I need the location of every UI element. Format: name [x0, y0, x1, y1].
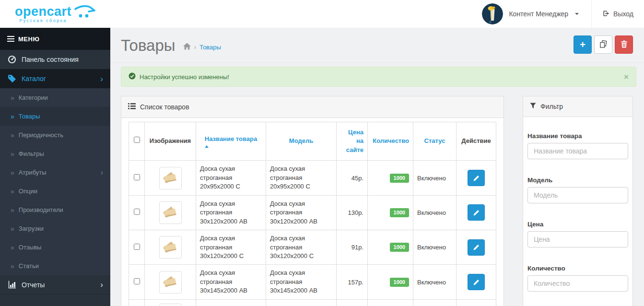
- table-row: Доска сухая Доска сухая: [129, 299, 496, 306]
- sidebar-item-label: Атрибуты: [19, 169, 47, 176]
- col-quantity-sort-link[interactable]: Количество: [373, 137, 409, 145]
- filter-label: Цена: [527, 221, 628, 228]
- copy-icon: [599, 40, 608, 50]
- col-name-sort-link[interactable]: Название товара: [205, 135, 257, 148]
- row-checkbox[interactable]: [134, 244, 140, 250]
- table-row: Доска сухая строганная 30х145х2000 АВ До…: [129, 265, 496, 299]
- sidebar-item-label: Периодичность: [19, 131, 63, 139]
- logout-button[interactable]: Выход: [592, 0, 644, 28]
- sidebar-item-label: Отчеты: [22, 281, 45, 289]
- select-all-checkbox[interactable]: [134, 137, 140, 143]
- edit-button[interactable]: [468, 274, 485, 290]
- product-thumbnail: [159, 236, 182, 259]
- product-model: Доска сухая строганная 30х120х2000 АВ: [266, 195, 337, 230]
- product-thumbnail: [159, 304, 182, 306]
- menu-toggle[interactable]: МЕНЮ: [0, 28, 110, 50]
- double-angle-icon: »: [11, 225, 14, 233]
- breadcrumb-separator: ›: [194, 43, 197, 51]
- col-status-sort-link[interactable]: Статус: [424, 137, 445, 145]
- filter-name-input[interactable]: [527, 143, 628, 159]
- pencil-icon: [473, 244, 480, 250]
- col-price-sort-link[interactable]: Цена на сайте: [340, 128, 363, 154]
- cart-icon: [74, 4, 95, 20]
- product-thumbnail: [159, 167, 182, 189]
- edit-button[interactable]: [468, 204, 485, 221]
- sidebar-item-attributes[interactable]: » Атрибуты ›: [0, 163, 110, 182]
- filter-price-input[interactable]: [527, 231, 628, 247]
- panel-title: Список товаров: [140, 103, 189, 111]
- double-angle-icon: »: [11, 188, 14, 195]
- caret-down-icon: [575, 13, 579, 15]
- row-checkbox[interactable]: [134, 209, 140, 215]
- product-list-heading: Список товаров: [121, 96, 503, 118]
- pencil-icon: [473, 279, 480, 285]
- filter-group-name: Название товара: [527, 132, 628, 159]
- table-row: Доска сухая строганная 30х120х2000 С Дос…: [129, 230, 496, 265]
- product-name: Доска сухая строганная 30х120х2000 С: [196, 230, 266, 265]
- double-angle-icon: »: [11, 94, 14, 102]
- breadcrumb-link-products[interactable]: Товары: [199, 44, 221, 51]
- row-checkbox[interactable]: [134, 174, 140, 180]
- sidebar-item-filters[interactable]: » Фильтры: [0, 144, 110, 163]
- delete-button[interactable]: [615, 35, 633, 54]
- list-icon: [128, 103, 136, 111]
- trash-icon: [621, 40, 628, 49]
- sidebar-item-reviews[interactable]: » Отзывы: [0, 238, 110, 257]
- sidebar-item-manufacturers[interactable]: » Производители: [0, 200, 110, 219]
- menu-label: МЕНЮ: [18, 35, 39, 43]
- sidebar-item-products[interactable]: » Товары: [0, 107, 110, 126]
- sidebar-item-downloads[interactable]: » Загрузки: [0, 219, 110, 238]
- double-angle-icon: »: [11, 150, 14, 158]
- col-model-sort-link[interactable]: Модель: [289, 137, 313, 145]
- home-icon[interactable]: [183, 43, 191, 51]
- product-name: Доска сухая строганная 20х95х2000 С: [196, 161, 266, 195]
- panel-title: Фильтр: [540, 103, 563, 110]
- logo-subtitle: Русская сборка: [15, 19, 71, 23]
- filter-quantity-input[interactable]: [527, 275, 628, 292]
- gauge-icon: [7, 55, 17, 64]
- toolbar: +: [574, 35, 633, 54]
- user-name: Контент Менеджер: [509, 10, 568, 18]
- sidebar-item-options[interactable]: » Опции: [0, 182, 110, 200]
- opencart-admin-app: opencart Русская сборка: [0, 0, 644, 306]
- breadcrumb: › Товары: [183, 43, 221, 51]
- product-quantity: [368, 299, 413, 306]
- copy-button[interactable]: [594, 35, 612, 54]
- filter-label: Модель: [527, 177, 628, 184]
- sidebar-item-catalog[interactable]: Каталог ›: [0, 69, 110, 88]
- edit-button[interactable]: [468, 170, 485, 186]
- add-product-button[interactable]: +: [574, 35, 592, 54]
- sidebar-item-categories[interactable]: » Категории: [0, 88, 110, 107]
- product-name: Доска сухая: [196, 299, 266, 306]
- sidebar-item-dashboard[interactable]: Панель состояния: [0, 50, 110, 69]
- product-thumbnail: [159, 271, 182, 294]
- product-model: Доска сухая: [266, 299, 337, 306]
- sidebar-item-label: Статьи: [19, 262, 39, 270]
- alert-message: Настройки успешно изменены!: [140, 73, 229, 81]
- double-angle-icon: »: [11, 206, 14, 214]
- product-price: 157р.: [337, 265, 368, 299]
- close-icon[interactable]: ×: [624, 73, 629, 81]
- filter-label: Название товара: [527, 132, 628, 140]
- sidebar-item-articles[interactable]: » Статьи: [0, 257, 110, 275]
- product-list-panel: Список товаров Изображения: [121, 96, 504, 306]
- chevron-right-icon: ›: [100, 75, 103, 83]
- row-checkbox[interactable]: [134, 278, 140, 284]
- product-price: 130р.: [337, 195, 368, 230]
- sidebar-item-recurring[interactable]: » Периодичность: [0, 126, 110, 144]
- plus-icon: +: [580, 39, 585, 50]
- filter-model-input[interactable]: [527, 187, 628, 203]
- logo[interactable]: opencart Русская сборка: [0, 0, 110, 28]
- col-action: Действие: [457, 122, 496, 161]
- edit-button[interactable]: [468, 239, 485, 256]
- sidebar-item-label: Панель состояния: [22, 56, 79, 63]
- products-table: Изображения Название товара Модель Цена …: [129, 122, 496, 306]
- logo-title: opencart: [15, 5, 71, 18]
- caret-up-icon: [205, 145, 209, 148]
- user-menu-dropdown[interactable]: Контент Менеджер: [469, 0, 591, 28]
- success-alert: Настройки успешно изменены! ×: [121, 67, 636, 87]
- funnel-icon: [530, 103, 536, 110]
- product-status: Включено: [413, 230, 457, 265]
- tags-icon: [7, 74, 17, 83]
- sidebar-item-reports[interactable]: Отчеты ›: [0, 275, 110, 294]
